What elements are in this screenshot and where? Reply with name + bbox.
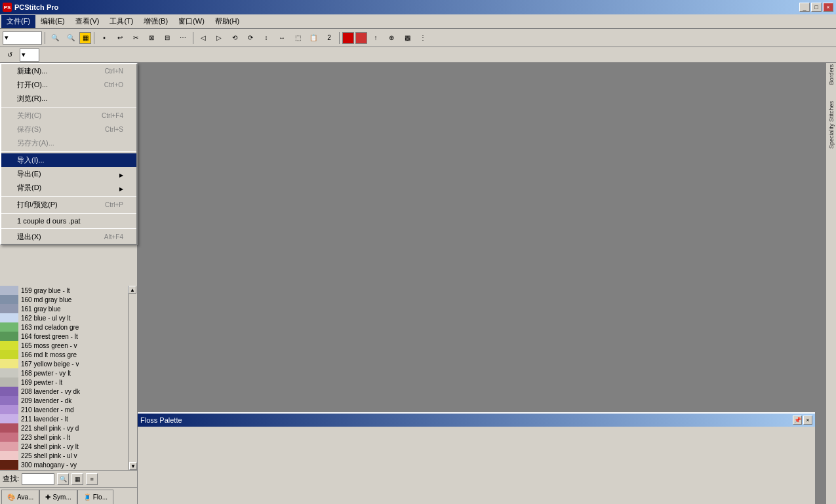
color-label: 169 pewter - lt <box>18 379 62 386</box>
tool-btn-16[interactable]: ↑ <box>368 31 383 45</box>
color-swatch <box>0 423 18 433</box>
menu-browse[interactable]: 浏览(R)... <box>1 92 136 106</box>
minimize-button[interactable]: _ <box>799 3 810 12</box>
tool-color-1[interactable] <box>342 32 354 44</box>
tab-symbols[interactable]: ✚ Sym... <box>39 490 77 504</box>
scroll-down-button[interactable]: ▼ <box>129 462 137 470</box>
menu-enhance[interactable]: 增强(B) <box>138 15 173 28</box>
tool-btn-6[interactable]: ⋯ <box>176 31 190 45</box>
tool-btn-10[interactable]: ⟳ <box>243 31 258 45</box>
tool-color-2[interactable] <box>355 32 367 44</box>
tool-btn-11[interactable]: ↕ <box>259 31 273 45</box>
tool-btn-8[interactable]: ▷ <box>212 31 226 45</box>
list-item[interactable]: 161 gray blue <box>0 304 137 313</box>
menu-recent-file[interactable]: 1 couple d ours .pat <box>1 215 136 227</box>
menu-tools[interactable]: 工具(T) <box>104 15 138 28</box>
menu-file[interactable]: 文件(F) <box>1 15 35 28</box>
list-item[interactable]: 166 md lt moss gre <box>0 350 137 359</box>
tool-btn-9[interactable]: ⟲ <box>228 31 242 45</box>
menu-export[interactable]: 导出(E) <box>1 167 136 181</box>
list-view-button[interactable]: ≡ <box>86 473 98 485</box>
menu-view[interactable]: 查看(V) <box>70 15 105 28</box>
color-grid-button[interactable]: ▦ <box>79 32 91 44</box>
menu-background[interactable]: 背景(D) <box>1 181 136 195</box>
menu-window[interactable]: 窗口(W) <box>173 15 210 28</box>
grid-view-button[interactable]: ▦ <box>71 473 83 485</box>
app-title: PCStitch Pro <box>14 3 58 11</box>
tool-btn-17[interactable]: ⊕ <box>384 31 399 45</box>
maximize-button[interactable]: □ <box>811 3 822 12</box>
search-label: 查找: <box>3 474 19 484</box>
search-input[interactable] <box>22 473 54 485</box>
list-item[interactable]: 165 moss green - v <box>0 341 137 350</box>
main-layout: 新建(N)... Ctrl+N 打开(O)... Ctrl+O 浏览(R)...… <box>0 63 836 504</box>
floss-panel-controls[interactable]: 📌 × <box>793 416 812 425</box>
menu-open[interactable]: 打开(O)... Ctrl+O <box>1 78 136 92</box>
list-item[interactable]: 211 lavender - lt <box>0 414 137 423</box>
tool-btn-13[interactable]: ⬚ <box>290 31 305 45</box>
speciality-stitches-panel-label[interactable]: Speciality Stitches <box>828 101 835 149</box>
list-item[interactable]: 163 md celadon gre <box>0 322 137 332</box>
tool-btn-19[interactable]: ⋮ <box>416 31 430 45</box>
list-item[interactable]: 169 pewter - lt <box>0 378 137 387</box>
rotate-btn[interactable]: ↺ <box>3 48 17 62</box>
list-item[interactable]: 225 shell pink - ul v <box>0 451 137 460</box>
tab-available[interactable]: 🎨 Ava... <box>1 490 39 504</box>
color-swatch <box>0 460 18 469</box>
file-dropdown-menu: 新建(N)... Ctrl+N 打开(O)... Ctrl+O 浏览(R)...… <box>0 63 138 245</box>
menu-new[interactable]: 新建(N)... Ctrl+N <box>1 64 136 78</box>
list-item[interactable]: 223 shell pink - lt <box>0 433 137 442</box>
color-swatch <box>0 414 18 423</box>
tool-btn-5[interactable]: ⊟ <box>160 31 174 45</box>
floss-palette-panel: Floss Palette 📌 × <box>138 412 815 504</box>
list-item[interactable]: 162 blue - ul vy lt <box>0 313 137 322</box>
menu-exit[interactable]: 退出(X) Alt+F4 <box>1 230 136 244</box>
list-item[interactable]: 221 shell pink - vy d <box>0 423 137 433</box>
color-swatch <box>0 313 18 322</box>
list-item[interactable]: 208 lavender - vy dk <box>0 387 137 396</box>
color-swatch <box>0 286 18 295</box>
search-bar: 查找: 🔍 ▦ ≡ <box>0 470 137 487</box>
zoom-out-button[interactable]: 🔍 <box>48 31 62 45</box>
menu-edit[interactable]: 编辑(E) <box>35 15 70 28</box>
tool-btn-3[interactable]: ✂ <box>129 31 143 45</box>
menu-close: 关闭(C) Ctrl+F4 <box>1 109 136 123</box>
tool-btn-4[interactable]: ⊠ <box>144 31 159 45</box>
tool-btn-18[interactable]: ▩ <box>400 31 414 45</box>
list-item[interactable]: 159 gray blue - lt <box>0 286 137 295</box>
list-item[interactable]: 224 shell pink - vy lt <box>0 442 137 451</box>
canvas-area[interactable]: Floss Palette 📌 × <box>138 63 826 504</box>
list-item[interactable]: 167 yellow beige - v <box>0 359 137 368</box>
window-controls[interactable]: _ □ × <box>799 3 833 12</box>
tab-floss[interactable]: 🧵 Flo... <box>77 490 113 504</box>
scrollbar[interactable]: ▲ ▼ <box>128 286 137 470</box>
color-swatch <box>0 396 18 405</box>
color-label: 160 md gray blue <box>18 296 71 303</box>
menu-import[interactable]: 导入(I)... <box>1 153 136 167</box>
list-item[interactable]: 209 lavender - dk <box>0 396 137 405</box>
scroll-up-button[interactable]: ▲ <box>129 286 136 294</box>
toolbar-secondary: ↺ ▾ <box>0 47 836 63</box>
tool-btn-1[interactable]: ▪ <box>97 31 111 45</box>
list-item[interactable]: 168 pewter - vy lt <box>0 368 137 378</box>
borders-panel-label[interactable]: Borders <box>828 64 835 85</box>
list-item[interactable]: 164 forest green - lt <box>0 332 137 341</box>
menu-print[interactable]: 打印/预览(P) Ctrl+P <box>1 198 136 212</box>
floss-close-button[interactable]: × <box>803 416 812 425</box>
search-button[interactable]: 🔍 <box>57 473 69 485</box>
tool-btn-14[interactable]: 📋 <box>306 31 321 45</box>
list-item[interactable]: 300 mahogany - vy <box>0 460 137 469</box>
close-button[interactable]: × <box>823 3 833 12</box>
zoom-in-button[interactable]: 🔍 <box>64 31 78 45</box>
floss-pin-button[interactable]: 📌 <box>793 416 802 425</box>
floss-palette-title-bar: Floss Palette 📌 × <box>138 414 815 427</box>
tool-btn-7[interactable]: ◁ <box>196 31 210 45</box>
list-item[interactable]: 160 md gray blue <box>0 295 137 304</box>
zoom-dropdown[interactable]: ▾ <box>3 31 42 45</box>
tool-btn-2[interactable]: ↩ <box>113 31 127 45</box>
angle-dropdown[interactable]: ▾ <box>20 48 39 62</box>
menu-help[interactable]: 帮助(H) <box>210 15 245 28</box>
list-item[interactable]: 210 lavender - md <box>0 405 137 414</box>
tool-btn-12[interactable]: ↔ <box>275 31 289 45</box>
tool-btn-15[interactable]: 2 <box>322 31 336 45</box>
